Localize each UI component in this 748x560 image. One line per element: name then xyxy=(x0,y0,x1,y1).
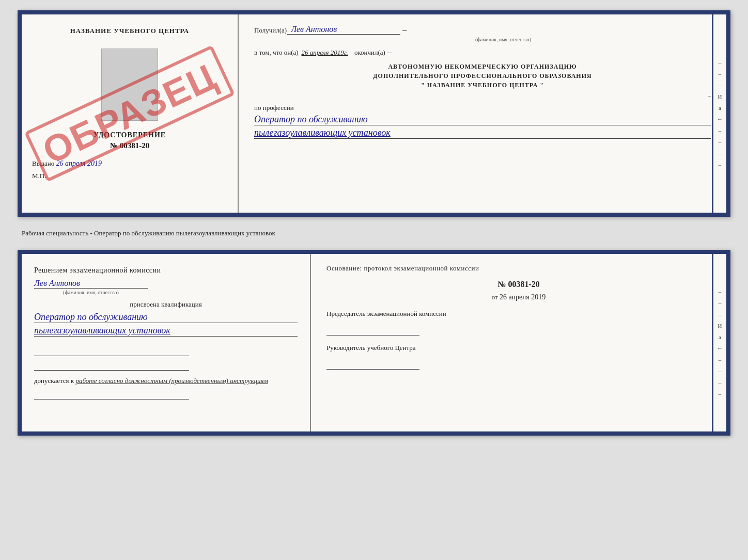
udostoverenie-label: УДОСТОВЕРЕНИЕ xyxy=(93,131,166,139)
dopuskaetsya-row: допускается к работе согласно должностны… xyxy=(34,377,298,385)
dash2: – xyxy=(387,47,392,57)
name-line: Лев Антонов xyxy=(34,279,148,289)
poluchil-row: Получил(а) Лев Антонов – xyxy=(254,25,711,35)
qual-line1: Оператор по обслуживанию xyxy=(34,312,148,322)
blank-line2 xyxy=(34,358,189,371)
dash1: – xyxy=(402,25,407,35)
right-border-col-bottom: – – – И а ← – – – – xyxy=(712,254,726,431)
dopuskaetsya-value: работе согласно должностным (производств… xyxy=(75,377,268,385)
profession-line2: пылегазоулавливающих установок xyxy=(254,127,391,138)
middle-text: Рабочая специальность - Оператор по обсл… xyxy=(18,226,730,241)
predsedatel-line xyxy=(326,320,419,335)
profession-line1: Оператор по обслуживанию xyxy=(254,114,368,124)
rukovoditel-line xyxy=(326,354,419,370)
okonchill-label: окончил(а) xyxy=(354,49,385,57)
osnovanie-label: Основание: протокол экзаменационной коми… xyxy=(326,264,711,273)
bottom-number: № 00381-20 xyxy=(326,280,711,289)
blank-line3 xyxy=(34,389,189,399)
top-document: НАЗВАНИЕ УЧЕБНОГО ЦЕНТРА УДОСТОВЕРЕНИЕ №… xyxy=(18,10,730,217)
right-border-col-top: – – – И а ← – – – – xyxy=(712,14,726,213)
vtom-row: в том, что он(а) 26 апреля 2019г. окончи… xyxy=(254,47,711,57)
bottom-document: Решением экзаменационной комиссии Лев Ан… xyxy=(18,250,730,436)
qual-line2-wrapper: пылегазоулавливающих установок xyxy=(34,325,298,337)
qual-line2: пылегазоулавливающих установок xyxy=(34,325,170,335)
bottom-doc-right: Основание: протокол экзаменационной коми… xyxy=(311,254,726,431)
rukovoditel-label: Руководитель учебного Центра xyxy=(326,344,711,352)
mp-label: М.П. xyxy=(32,172,46,180)
profession-line2-wrapper: пылегазоулавливающих установок xyxy=(254,127,711,139)
fio-hint: (фамилия, имя, отчество) xyxy=(295,37,711,42)
vtom-label: в том, что он(а) xyxy=(254,49,299,57)
vtom-date: 26 апреля 2019г. xyxy=(302,49,348,57)
ot-date: 26 апреля 2019 xyxy=(500,293,546,301)
right-dashes: – xyxy=(254,92,711,100)
vydano-label: Выдано xyxy=(32,159,54,167)
ot-label: от xyxy=(492,293,498,301)
name-value: Лев Антонов xyxy=(34,279,80,287)
doc-number-top: № 00381-20 xyxy=(110,141,149,150)
blank-line1 xyxy=(34,344,189,356)
prisvoena-label: присвоена квалификация xyxy=(34,300,298,309)
profession-line1-wrapper: Оператор по обслуживанию xyxy=(254,114,711,125)
top-doc-right: Получил(а) Лев Антонов – (фамилия, имя, … xyxy=(239,14,726,213)
fio-hint-bottom: (фамилия, имя, отчество) xyxy=(34,290,148,295)
dopuskaetsya-label: допускается к xyxy=(34,377,74,385)
resheniem-label: Решением экзаменационной комиссии xyxy=(34,266,298,275)
top-doc-center-title: НАЗВАНИЕ УЧЕБНОГО ЦЕНТРА xyxy=(70,27,190,35)
top-doc-left: НАЗВАНИЕ УЧЕБНОГО ЦЕНТРА УДОСТОВЕРЕНИЕ №… xyxy=(22,14,239,213)
poluchil-label: Получил(а) xyxy=(254,26,287,35)
predsedatel-label: Председатель экзаменационной комиссии xyxy=(326,310,711,318)
qual-line1-wrapper: Оператор по обслуживанию xyxy=(34,312,298,323)
ot-row: от 26 апреля 2019 xyxy=(326,293,711,301)
org-block: АВТОНОМНУЮ НЕКОММЕРЧЕСКУЮ ОРГАНИЗАЦИЮ ДО… xyxy=(254,62,711,90)
bottom-doc-left: Решением экзаменационной комиссии Лев Ан… xyxy=(22,254,311,431)
poluchil-value: Лев Антонов xyxy=(287,25,400,35)
org-line2: ДОПОЛНИТЕЛЬНОГО ПРОФЕССИОНАЛЬНОГО ОБРАЗО… xyxy=(254,71,711,81)
vydano-date: 26 апреля 2019 xyxy=(56,159,102,167)
vydano-line: Выдано 26 апреля 2019 xyxy=(32,159,227,168)
org-line1: АВТОНОМНУЮ НЕКОММЕРЧЕСКУЮ ОРГАНИЗАЦИЮ xyxy=(254,62,711,71)
fio-hint-row: (фамилия, имя, отчество) xyxy=(295,37,711,42)
org-line3: " НАЗВАНИЕ УЧЕБНОГО ЦЕНТРА " xyxy=(254,81,711,90)
photo-placeholder xyxy=(101,49,158,121)
po-professii-label: по профессии xyxy=(254,104,711,112)
